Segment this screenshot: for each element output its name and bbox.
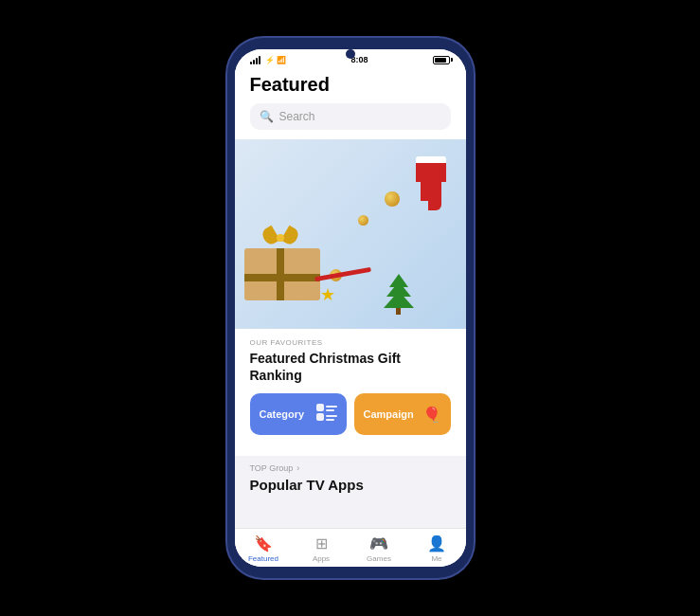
svg-rect-1 — [316, 413, 324, 421]
phone-wrapper: ⚡ 📶 8:08 Featured 🔍 Search — [227, 38, 474, 578]
banner-title: Featured Christmas Gift Ranking — [250, 350, 451, 384]
category-label: Category — [260, 408, 305, 420]
gold-ball-1 — [385, 191, 400, 207]
nav-item-apps[interactable]: ⊞ Apps — [293, 534, 350, 563]
section-label: TOP Group — [250, 463, 294, 473]
stocking-decoration — [416, 156, 449, 208]
content-area: Featured 🔍 Search — [235, 66, 466, 567]
section-arrow: › — [296, 463, 299, 473]
banner-subtitle: OUR FAVOURITES — [250, 338, 451, 347]
apps-label: Apps — [313, 554, 330, 563]
cards-row: Category — [250, 393, 451, 435]
featured-icon: 🔖 — [254, 534, 273, 553]
star-decoration: ★ — [320, 284, 335, 305]
me-icon: 👤 — [427, 534, 446, 553]
category-icon — [316, 404, 337, 425]
hero-banner: ★ — [235, 139, 466, 329]
search-bar[interactable]: 🔍 Search — [250, 103, 451, 130]
games-icon: 🎮 — [369, 534, 388, 553]
svg-rect-0 — [316, 404, 324, 411]
section-header: TOP Group › — [235, 456, 466, 477]
me-label: Me — [431, 554, 441, 563]
campaign-card[interactable]: Campaign 🎈 — [354, 393, 451, 435]
apps-icon: ⊞ — [315, 534, 328, 553]
nav-item-me[interactable]: 👤 Me — [408, 534, 466, 563]
phone-screen: ⚡ 📶 8:08 Featured 🔍 Search — [235, 49, 466, 567]
campaign-label: Campaign — [364, 408, 414, 420]
gold-ball-3 — [358, 215, 368, 226]
scroll-area: ★ OUR FAVOURITES Featured Christmas Gift… — [235, 139, 466, 528]
banner-info: OUR FAVOURITES Featured Christmas Gift R… — [235, 329, 466, 456]
svg-rect-5 — [326, 419, 334, 421]
app-header: Featured 🔍 Search — [235, 66, 466, 139]
search-icon: 🔍 — [260, 110, 274, 123]
featured-label: Featured — [248, 554, 278, 563]
svg-rect-4 — [326, 415, 337, 417]
page-title: Featured — [250, 74, 451, 96]
search-placeholder: Search — [279, 110, 315, 123]
gift-decoration — [244, 234, 320, 300]
games-label: Games — [367, 554, 391, 563]
svg-rect-3 — [326, 409, 334, 411]
nav-item-games[interactable]: 🎮 Games — [350, 534, 408, 563]
campaign-icon: 🎈 — [422, 406, 441, 424]
notch — [346, 49, 355, 59]
tree-decoration — [384, 274, 414, 315]
section-title: Popular TV Apps — [235, 477, 466, 493]
nav-item-featured[interactable]: 🔖 Featured — [235, 534, 293, 563]
svg-rect-2 — [326, 406, 337, 408]
category-card[interactable]: Category — [250, 393, 347, 435]
bottom-nav: 🔖 Featured ⊞ Apps 🎮 Games 👤 Me — [235, 528, 466, 567]
